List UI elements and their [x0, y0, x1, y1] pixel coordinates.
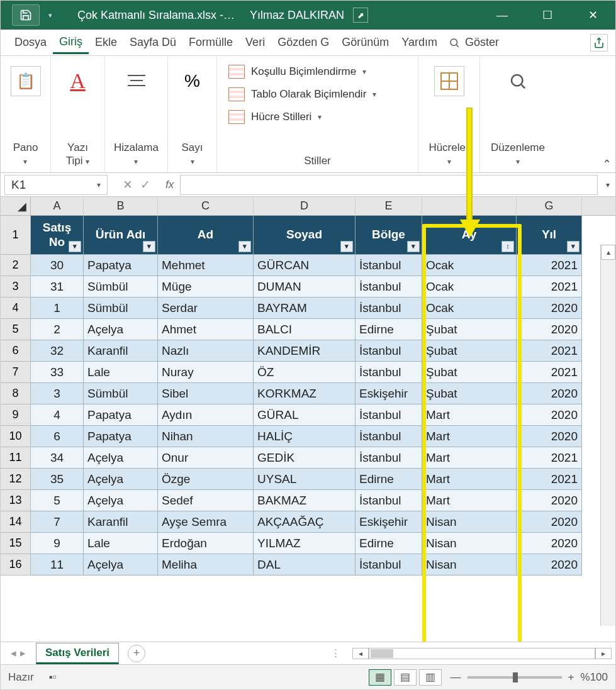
- cell[interactable]: Aydın: [158, 404, 254, 426]
- cell[interactable]: 2021: [517, 255, 582, 276]
- row-header[interactable]: 7: [1, 362, 31, 383]
- cell[interactable]: İstanbul: [356, 298, 422, 319]
- cell[interactable]: Nihan: [158, 426, 254, 447]
- row-header[interactable]: 9: [1, 404, 31, 426]
- add-sheet-button[interactable]: +: [128, 645, 145, 662]
- cell[interactable]: Karanfil: [84, 511, 158, 533]
- expand-formula-bar[interactable]: ▾: [600, 181, 615, 189]
- cell[interactable]: Papatya: [84, 426, 158, 447]
- cell[interactable]: Müge: [158, 276, 254, 298]
- col-header-G[interactable]: G: [517, 197, 582, 215]
- cell[interactable]: 1: [31, 298, 84, 319]
- table-row[interactable]: 52AçelyaAhmetBALCIEdirneŞubat2020: [1, 319, 615, 340]
- cell[interactable]: GEDİK: [254, 447, 356, 469]
- zoom-slider[interactable]: [468, 676, 562, 679]
- cell[interactable]: Lale: [84, 533, 158, 554]
- cell[interactable]: 32: [31, 340, 84, 362]
- cell[interactable]: 35: [31, 469, 84, 490]
- zoom-out-button[interactable]: —: [451, 671, 461, 684]
- maximize-button[interactable]: ☐: [525, 1, 570, 30]
- filter-button-b[interactable]: ▾: [143, 241, 155, 252]
- cell[interactable]: 2020: [517, 426, 582, 447]
- row-header[interactable]: 12: [1, 469, 31, 490]
- cell[interactable]: Nazlı: [158, 340, 254, 362]
- cell[interactable]: 2020: [517, 533, 582, 554]
- cell[interactable]: DUMAN: [254, 276, 356, 298]
- row-header-1[interactable]: 1: [1, 216, 31, 255]
- cell[interactable]: 5: [31, 490, 84, 511]
- table-row[interactable]: 1611AçelyaMelihaDALİstanbulNisan2020: [1, 554, 615, 576]
- cell[interactable]: İstanbul: [356, 276, 422, 298]
- cell[interactable]: 6: [31, 426, 84, 447]
- cell[interactable]: Açelya: [84, 554, 158, 576]
- cell[interactable]: İstanbul: [356, 362, 422, 383]
- cell[interactable]: 11: [31, 554, 84, 576]
- row-header[interactable]: 14: [1, 511, 31, 533]
- row-header[interactable]: 6: [1, 340, 31, 362]
- tab-file[interactable]: Dosya: [8, 32, 53, 53]
- table-row[interactable]: 1235AçelyaÖzgeUYSALEdirneMart2021: [1, 469, 615, 490]
- row-header[interactable]: 13: [1, 490, 31, 511]
- table-row[interactable]: 230PapatyaMehmetGÜRCANİstanbulOcak2021: [1, 255, 615, 276]
- cell[interactable]: GÜRAL: [254, 404, 356, 426]
- conditional-formatting-button[interactable]: Koşullu Biçimlendirme ▾: [228, 65, 376, 79]
- cell[interactable]: Papatya: [84, 404, 158, 426]
- table-row[interactable]: 1134AçelyaOnurGEDİKİstanbulMart2021: [1, 447, 615, 469]
- cell[interactable]: ÖZ: [254, 362, 356, 383]
- cell[interactable]: 2021: [517, 469, 582, 490]
- tab-view[interactable]: Görünüm: [335, 32, 395, 53]
- zoom-in-button[interactable]: +: [568, 671, 574, 684]
- cells-group-button[interactable]: [434, 61, 464, 96]
- cell[interactable]: Şubat: [422, 383, 517, 404]
- qat-customize[interactable]: ▾: [48, 11, 52, 19]
- cell[interactable]: 2020: [517, 319, 582, 340]
- cell[interactable]: KANDEMİR: [254, 340, 356, 362]
- tab-data[interactable]: Veri: [239, 32, 271, 53]
- row-header[interactable]: 4: [1, 298, 31, 319]
- format-as-table-button[interactable]: Tablo Olarak Biçimlendir ▾: [228, 87, 376, 101]
- cell[interactable]: 2021: [517, 362, 582, 383]
- cell[interactable]: Erdoğan: [158, 533, 254, 554]
- row-header[interactable]: 2: [1, 255, 31, 276]
- table-row[interactable]: 159LaleErdoğanYILMAZEdirneNisan2020: [1, 533, 615, 554]
- cell[interactable]: 9: [31, 533, 84, 554]
- cell[interactable]: 7: [31, 511, 84, 533]
- fx-label[interactable]: fx: [165, 179, 174, 191]
- table-row[interactable]: 331SümbülMügeDUMANİstanbulOcak2021: [1, 276, 615, 298]
- filter-button-d[interactable]: ▾: [340, 241, 353, 252]
- cell[interactable]: BAKMAZ: [254, 490, 356, 511]
- cell[interactable]: 30: [31, 255, 84, 276]
- cell[interactable]: Açelya: [84, 469, 158, 490]
- table-row[interactable]: 135AçelyaSedefBAKMAZİstanbulMart2020: [1, 490, 615, 511]
- table-row[interactable]: 733LaleNurayÖZİstanbulŞubat2021: [1, 362, 615, 383]
- macro-record-icon[interactable]: ▪▫: [49, 671, 57, 684]
- filter-button-c[interactable]: ▾: [238, 241, 251, 252]
- font-group-button[interactable]: A: [63, 61, 93, 96]
- table-row[interactable]: 94PapatyaAydınGÜRALİstanbulMart2020: [1, 404, 615, 426]
- row-header[interactable]: 5: [1, 319, 31, 340]
- clipboard-paste-button[interactable]: 📋: [11, 61, 41, 96]
- collapse-ribbon-button[interactable]: ⌃: [602, 157, 612, 171]
- save-button[interactable]: [12, 4, 40, 26]
- cell[interactable]: Mart: [422, 447, 517, 469]
- cell[interactable]: Sibel: [158, 383, 254, 404]
- cell[interactable]: 2: [31, 319, 84, 340]
- table-row[interactable]: 41SümbülSerdarBAYRAMİstanbulOcak2020: [1, 298, 615, 319]
- tab-formulas[interactable]: Formülle: [182, 32, 239, 53]
- cell[interactable]: Lale: [84, 362, 158, 383]
- cell[interactable]: UYSAL: [254, 469, 356, 490]
- name-box-dropdown[interactable]: ▾: [97, 181, 101, 189]
- cell[interactable]: 3: [31, 383, 84, 404]
- cell[interactable]: Sümbül: [84, 276, 158, 298]
- vertical-scrollbar[interactable]: ▴: [600, 245, 615, 626]
- cell[interactable]: 2021: [517, 276, 582, 298]
- zoom-level[interactable]: %100: [581, 671, 608, 684]
- cell[interactable]: 2020: [517, 383, 582, 404]
- cell[interactable]: Papatya: [84, 255, 158, 276]
- cell[interactable]: Mart: [422, 426, 517, 447]
- minimize-button[interactable]: —: [479, 1, 525, 30]
- hscroll-left[interactable]: ◂: [352, 648, 369, 659]
- col-header-D[interactable]: D: [254, 197, 356, 215]
- cell[interactable]: Özge: [158, 469, 254, 490]
- cell[interactable]: İstanbul: [356, 490, 422, 511]
